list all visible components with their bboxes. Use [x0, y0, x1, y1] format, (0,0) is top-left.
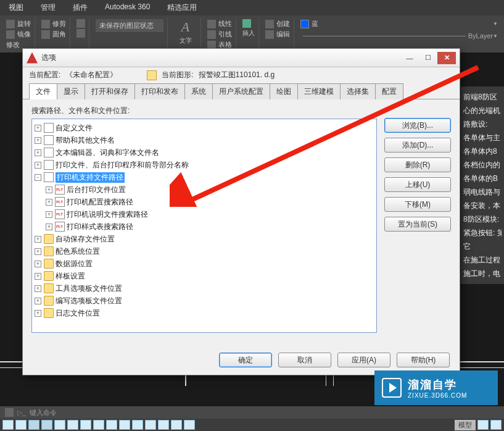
tab-userprefs[interactable]: 用户系统配置 — [212, 83, 270, 99]
apply-button[interactable]: 应用(A) — [337, 353, 390, 367]
linear-button[interactable]: 线性 — [207, 19, 232, 28]
linetype-dropdown[interactable]: ByLayer ▼ — [300, 32, 498, 40]
sb-btn[interactable] — [80, 420, 91, 430]
tree-node[interactable]: +编写选项板文件位置 — [32, 295, 376, 307]
sb-btn[interactable] — [15, 420, 27, 430]
model-button[interactable]: 模型 — [455, 420, 476, 430]
cancel-button[interactable]: 取消 — [278, 353, 331, 367]
expand-icon[interactable]: + — [35, 248, 41, 255]
tree-node[interactable]: +配色系统位置 — [32, 245, 376, 257]
sb-btn[interactable] — [41, 420, 52, 430]
expand-icon[interactable]: + — [46, 211, 52, 218]
expand-icon[interactable]: + — [35, 149, 41, 156]
plt-icon — [55, 209, 65, 219]
sb-btn[interactable] — [132, 420, 143, 430]
sb-btn[interactable] — [119, 420, 130, 430]
expand-icon[interactable]: + — [46, 199, 52, 206]
dropdown-icon[interactable]: ▼ — [493, 21, 498, 27]
tree-node[interactable]: -打印机支持文件路径 — [32, 171, 376, 183]
tab-system[interactable]: 系统 — [184, 83, 213, 99]
command-line[interactable]: ▷_ 键入命令 — [0, 406, 504, 419]
tab-drafting[interactable]: 绘图 — [270, 83, 298, 99]
sb-btn[interactable] — [477, 420, 489, 430]
sb-btn[interactable] — [171, 420, 182, 430]
leader-button[interactable]: 引线 — [207, 30, 232, 39]
expand-icon[interactable]: + — [35, 162, 41, 169]
sb-btn[interactable] — [490, 420, 502, 430]
sb-btn[interactable] — [93, 420, 104, 430]
tab-selection[interactable]: 选择集 — [340, 83, 376, 99]
tab-profiles[interactable]: 配置 — [375, 83, 403, 99]
ribbon-tab[interactable]: 精选应用 — [163, 1, 200, 14]
tree-node-label: 帮助和其他文件名 — [56, 135, 115, 146]
ribbon-tab[interactable]: 管理 — [37, 1, 59, 14]
text-panel-label: 文字 — [180, 36, 192, 45]
expand-icon[interactable]: + — [35, 137, 41, 144]
tab-plot[interactable]: 打印和发布 — [134, 83, 185, 99]
sb-btn[interactable] — [184, 420, 195, 430]
help-button[interactable]: 帮助(H) — [397, 353, 450, 367]
files-tree[interactable]: +自定义文件+帮助和其他文件名+文本编辑器、词典和字体文件名+打印文件、后台打印… — [31, 119, 377, 333]
create-button[interactable]: 创建 — [265, 19, 290, 28]
tree-node[interactable]: +文本编辑器、词典和字体文件名 — [32, 146, 376, 159]
tree-node[interactable]: +帮助和其他文件名 — [32, 134, 376, 146]
moveup-button[interactable]: 上移(U) — [384, 177, 451, 192]
expand-icon[interactable]: + — [35, 310, 41, 317]
tree-node[interactable]: +打印机说明文件搜索路径 — [32, 208, 376, 220]
tree-node[interactable]: +日志文件位置 — [32, 307, 376, 319]
tree-node[interactable]: +数据源位置 — [32, 257, 376, 270]
sb-btn[interactable] — [67, 420, 78, 430]
expand-icon[interactable]: + — [46, 224, 52, 230]
sb-btn[interactable] — [2, 420, 14, 430]
fillet-button[interactable]: 圆角 — [41, 30, 66, 39]
tree-node[interactable]: +样板设置 — [32, 270, 376, 282]
tree-node[interactable]: +打印样式表搜索路径 — [32, 220, 376, 233]
tree-node-label: 打印机支持文件路径 — [56, 172, 125, 183]
tab-files[interactable]: 文件 — [29, 83, 57, 99]
sb-btn[interactable] — [145, 420, 156, 430]
tree-node[interactable]: +打印机配置搜索路径 — [32, 196, 376, 208]
expand-icon[interactable]: + — [35, 125, 41, 132]
expand-icon[interactable]: + — [35, 298, 41, 304]
tree-node[interactable]: +打印文件、后台打印程序和前导部分名称 — [32, 159, 376, 171]
tab-3dmodeling[interactable]: 三维建模 — [297, 83, 341, 99]
expand-icon[interactable]: + — [35, 285, 41, 292]
movedown-button[interactable]: 下移(M) — [384, 197, 451, 212]
tab-display[interactable]: 显示 — [57, 83, 85, 99]
expand-icon[interactable]: + — [35, 261, 41, 267]
sb-btn[interactable] — [28, 420, 39, 430]
plt-icon — [55, 197, 65, 207]
layer-state-dropdown[interactable]: 未保存的图层状态 — [96, 19, 163, 32]
ribbon-tab[interactable]: Autodesk 360 — [101, 1, 154, 14]
rotate-button[interactable]: 旋转 — [6, 19, 31, 28]
mirror-button[interactable]: 镜像 — [6, 30, 31, 39]
doc-icon — [44, 135, 54, 145]
browse-button[interactable]: 浏览(B)... — [384, 118, 451, 133]
sb-btn[interactable] — [158, 420, 169, 430]
insert-button[interactable] — [242, 19, 255, 28]
sb-btn[interactable] — [106, 420, 117, 430]
color-swatch[interactable] — [300, 20, 309, 28]
ribbon-tab[interactable]: 视图 — [5, 1, 27, 14]
dialog-titlebar[interactable]: 选项 — ☐ ✕ — [23, 49, 460, 67]
sb-btn[interactable] — [54, 420, 65, 430]
expand-icon[interactable]: + — [46, 186, 52, 193]
tree-node[interactable]: +后台打印文件位置 — [32, 183, 376, 196]
tree-node[interactable]: +工具选项板文件位置 — [32, 282, 376, 295]
remove-button[interactable]: 删除(R) — [384, 157, 451, 172]
edit-button[interactable]: 编辑 — [265, 30, 290, 39]
trim-button[interactable]: 修剪 — [41, 19, 66, 28]
expand-icon[interactable]: + — [35, 236, 41, 243]
expand-icon[interactable]: + — [35, 273, 41, 280]
tree-node[interactable]: +自定义文件 — [32, 122, 376, 134]
tree-node[interactable]: +自动保存文件位置 — [32, 233, 376, 245]
maximize-button[interactable]: ☐ — [419, 52, 437, 64]
tab-opensave[interactable]: 打开和保存 — [85, 83, 135, 99]
ribbon-tab[interactable]: 插件 — [69, 1, 91, 14]
add-button[interactable]: 添加(D)... — [384, 138, 451, 153]
minimize-button[interactable]: — — [400, 52, 419, 64]
ok-button[interactable]: 确定 — [219, 353, 272, 367]
close-button[interactable]: ✕ — [437, 52, 456, 64]
setcurrent-button[interactable]: 置为当前(S) — [384, 217, 451, 232]
expand-icon[interactable]: - — [35, 174, 41, 181]
